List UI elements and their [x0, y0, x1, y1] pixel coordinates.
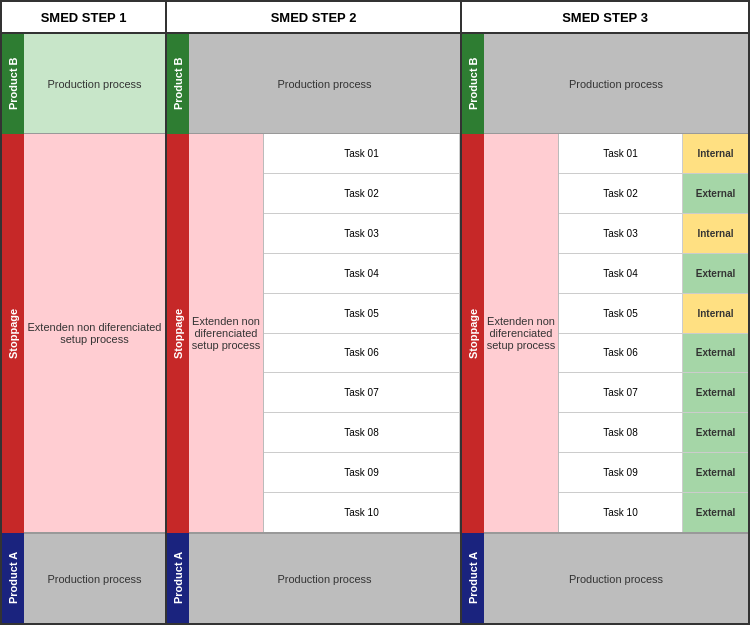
task-05-type: Internal [683, 294, 748, 333]
step2-extended: Extenden non diferenciated setup process [189, 134, 264, 532]
task-04-name: Task 04 [264, 254, 460, 293]
step2-title: SMED STEP 2 [271, 10, 357, 25]
task-05-name: Task 05 [559, 294, 683, 333]
step2-col: Product B Stoppage Product A Production … [167, 34, 462, 623]
task-row: Task 04 [264, 254, 460, 294]
task-04-name: Task 04 [559, 254, 683, 293]
task-07-name: Task 07 [264, 373, 460, 412]
task-row: Task 09 External [559, 453, 748, 493]
step2-product-a-label: Product A [167, 533, 189, 623]
task-10-name: Task 10 [264, 493, 460, 532]
step3-product-a-label: Product A [462, 533, 484, 623]
step2-stoppage-label: Stoppage [167, 134, 189, 533]
step3-prod-a-text: Production process [569, 573, 663, 585]
step1-extended-text: Extenden non diferenciated setup process [24, 321, 165, 345]
step1-prod-b-text: Production process [47, 78, 141, 90]
task-row: Task 06 [264, 334, 460, 374]
task-row: Task 06 External [559, 334, 748, 374]
task-08-name: Task 08 [264, 413, 460, 452]
step2-sections: Production process Extenden non diferenc… [189, 34, 460, 623]
step1-labels: Product B Stoppage Product A [2, 34, 24, 623]
task-07-name: Task 07 [559, 373, 683, 412]
task-09-name: Task 09 [559, 453, 683, 492]
step3-product-b-label: Product B [462, 34, 484, 134]
step3-title: SMED STEP 3 [562, 10, 648, 25]
step1-col: Product B Stoppage Product A Production … [2, 34, 167, 623]
step1-prod-a: Production process [24, 533, 165, 623]
step2-prod-b-text: Production process [277, 78, 371, 90]
task-02-type: External [683, 174, 748, 213]
step2-labels: Product B Stoppage Product A [167, 34, 189, 623]
step2-product-b-label: Product B [167, 34, 189, 134]
task-row: Task 07 External [559, 373, 748, 413]
task-07-type: External [683, 373, 748, 412]
task-row: Task 02 [264, 174, 460, 214]
task-row: Task 08 [264, 413, 460, 453]
step3-prod-b: Production process [484, 34, 748, 134]
task-row: Task 09 [264, 453, 460, 493]
header-step2: SMED STEP 2 [167, 2, 462, 32]
task-04-type: External [683, 254, 748, 293]
step3-prod-b-text: Production process [569, 78, 663, 90]
task-06-type: External [683, 334, 748, 373]
step1-title: SMED STEP 1 [41, 10, 127, 25]
step3-labels: Product B Stoppage Product A [462, 34, 484, 623]
task-row: Task 08 External [559, 413, 748, 453]
step3-tasks: Task 01 Internal Task 02 External Task 0… [559, 134, 748, 532]
step2-prod-b: Production process [189, 34, 460, 134]
task-03-name: Task 03 [559, 214, 683, 253]
content-row: Product B Stoppage Product A Production … [2, 34, 748, 623]
step3-stoppage-label: Stoppage [462, 134, 484, 533]
task-row: Task 10 External [559, 493, 748, 532]
task-01-name: Task 01 [559, 134, 683, 173]
step3-col: Product B Stoppage Product A Production … [462, 34, 748, 623]
task-08-name: Task 08 [559, 413, 683, 452]
task-09-name: Task 09 [264, 453, 460, 492]
step2-tasks: Task 01 Task 02 Task 03 Task 04 Task 05 … [264, 134, 460, 532]
step1-prod-a-text: Production process [47, 573, 141, 585]
step1-stoppage-label: Stoppage [2, 134, 24, 533]
task-row: Task 01 Internal [559, 134, 748, 174]
task-row: Task 03 [264, 214, 460, 254]
step1-sections: Production process Extenden non diferenc… [24, 34, 165, 623]
task-09-type: External [683, 453, 748, 492]
task-06-name: Task 06 [264, 334, 460, 373]
step3-sections: Production process Extenden non diferenc… [484, 34, 748, 623]
task-02-name: Task 02 [264, 174, 460, 213]
step2-extended-text: Extenden non diferenciated setup process [189, 315, 263, 351]
task-row: Task 05 Internal [559, 294, 748, 334]
step1-prod-b: Production process [24, 34, 165, 134]
task-03-name: Task 03 [264, 214, 460, 253]
task-row: Task 01 [264, 134, 460, 174]
step3-extended-text: Extenden non diferenciated setup process [484, 315, 558, 351]
main-container: SMED STEP 1 SMED STEP 2 SMED STEP 3 Prod… [0, 0, 750, 625]
task-01-name: Task 01 [264, 134, 460, 173]
step1-product-a-label: Product A [2, 533, 24, 623]
task-10-name: Task 10 [559, 493, 683, 532]
step2-prod-a: Production process [189, 533, 460, 623]
step3-extended: Extenden non diferenciated setup process [484, 134, 559, 532]
task-05-name: Task 05 [264, 294, 460, 333]
task-02-name: Task 02 [559, 174, 683, 213]
task-10-type: External [683, 493, 748, 532]
task-row: Task 07 [264, 373, 460, 413]
task-row: Task 02 External [559, 174, 748, 214]
task-01-type: Internal [683, 134, 748, 173]
header-step3: SMED STEP 3 [462, 2, 748, 32]
task-03-type: Internal [683, 214, 748, 253]
task-row: Task 03 Internal [559, 214, 748, 254]
task-row: Task 10 [264, 493, 460, 532]
header-step1: SMED STEP 1 [2, 2, 167, 32]
step1-extended: Extenden non diferenciated setup process [24, 134, 165, 532]
task-row: Task 05 [264, 294, 460, 334]
step1-stop: Extenden non diferenciated setup process [24, 134, 165, 533]
step2-stop: Extenden non diferenciated setup process… [189, 134, 460, 533]
header-row: SMED STEP 1 SMED STEP 2 SMED STEP 3 [2, 2, 748, 34]
step2-prod-a-text: Production process [277, 573, 371, 585]
task-06-name: Task 06 [559, 334, 683, 373]
step1-product-b-label: Product B [2, 34, 24, 134]
task-08-type: External [683, 413, 748, 452]
task-row: Task 04 External [559, 254, 748, 294]
step3-prod-a: Production process [484, 533, 748, 623]
step3-stop: Extenden non diferenciated setup process… [484, 134, 748, 533]
